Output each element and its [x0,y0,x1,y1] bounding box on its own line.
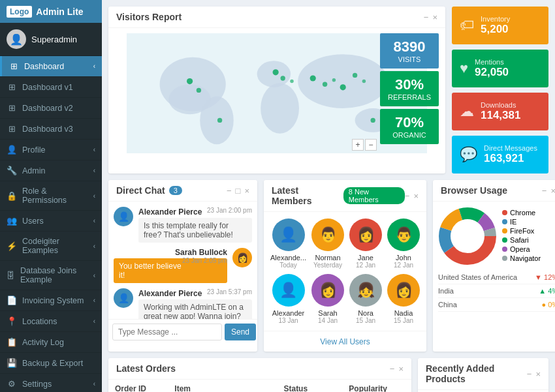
minimize-icon[interactable]: − [424,12,429,22]
stat-card: 🏷 Inventory 5,200 [452,7,548,44]
sidebar-nav-item[interactable]: 💾 Backup & Export [0,353,102,374]
minimize-icon[interactable]: − [227,186,232,196]
sidebar-nav-item[interactable]: 📋 Activity Log [0,332,102,353]
sidebar-item-label: Codeigiter Examples [22,237,88,255]
sidebar-nav-item[interactable]: 🔧 Admin ‹ [0,160,102,181]
chat-message: 👤 Alexander Pierce 23 Jan 5:37 pm Workin… [114,288,252,319]
col-item: Item [168,380,277,392]
map-zoom-out[interactable]: − [365,139,377,151]
referrals-stat: 30% REFERRALS [380,71,439,106]
sidebar-nav-item[interactable]: ⚙ Settings ‹ [0,374,102,392]
member-name: Alexande... [270,254,306,262]
member-avatar: 👧 [349,274,382,307]
chat-title: Direct Chat [116,185,165,196]
sidebar-nav-item[interactable]: 📄 Invoicing System ‹ [0,290,102,311]
map-zoom-in[interactable]: + [352,139,364,151]
stat-card-info: Direct Messages 163,921 [484,144,537,165]
sidebar-nav-item[interactable]: 📍 Locations ‹ [0,311,102,332]
sidebar-item-label: Role & Permissions [22,187,88,205]
sidebar-nav-item[interactable]: 👥 Users ‹ [0,211,102,232]
member-item[interactable]: 👨 John 12 Jan [387,219,420,269]
close-icon[interactable]: × [432,12,437,22]
main-content: Visitors Report − × [102,0,555,392]
col-order-id: Order ID [108,380,168,392]
second-row: Direct Chat 3 − □ × 👤 Alexander Pierce 2… [108,180,548,352]
donut-chart [438,207,497,265]
sidebar-nav-item[interactable]: ⚡ Codeigiter Examples ‹ [0,232,102,261]
svg-point-5 [261,83,299,133]
activity-log-icon: 📋 [7,337,17,347]
stat-card: 💬 Direct Messages 163,921 [452,136,548,173]
latest-orders-panel: Latest Orders − × Order ID Item Status P… [108,358,411,392]
member-item[interactable]: 👩 Jane 12 Jan [349,219,382,269]
stat-value: 92,050 [475,66,509,79]
member-avatar: 👩 [349,219,382,251]
chevron-icon: ‹ [93,318,95,325]
minimize-icon[interactable]: − [542,186,547,196]
view-all-link[interactable]: View All Users [320,337,370,346]
member-item[interactable]: 👤 Alexander 13 Jan [270,274,306,324]
sidebar-nav-link[interactable]: 🔒 Role & Permissions ‹ [0,181,102,210]
close-icon[interactable]: × [535,369,541,379]
close-icon[interactable]: × [398,364,404,374]
member-item[interactable]: 👩 Nadia 15 Jan [387,274,420,324]
sidebar-nav-item[interactable]: ⊞ Dashboard ‹ [0,56,102,77]
sidebar-nav-link[interactable]: 📍 Locations ‹ [0,311,102,331]
expand-icon[interactable]: □ [236,186,241,196]
sidebar-nav-item[interactable]: ⊞ Dashboard v2 [0,98,102,119]
avatar: 👩 [232,248,252,267]
member-date: Yesterday [311,262,344,269]
member-item[interactable]: 👤 Alexande... Today [270,219,306,269]
stat-label: Downloads [481,101,520,109]
legend-label: Navigator [510,254,541,262]
close-icon[interactable]: × [413,191,419,201]
donut-container: Chrome IE FireFox Safari Opera Navigator [433,202,555,271]
browser-header: Browser Usage − × [433,180,555,202]
minimize-icon[interactable]: − [405,191,410,201]
sidebar-item-label: Profile [22,145,45,155]
svg-point-13 [310,75,316,81]
close-icon[interactable]: × [550,186,555,196]
member-item[interactable]: 👧 Nora 15 Jan [349,274,382,324]
sidebar-nav-link[interactable]: 📄 Invoicing System ‹ [0,290,102,310]
minimize-icon[interactable]: − [390,364,395,374]
sidebar-nav-link[interactable]: ⊞ Dashboard v2 [0,98,102,118]
sidebar-nav-link[interactable]: 💾 Backup & Export [0,353,102,373]
sidebar-nav-link[interactable]: ⊞ Dashboard ‹ [0,56,102,76]
member-item[interactable]: 👨 Norman Yesterday [311,219,344,269]
sidebar-nav-item[interactable]: 👤 Profile ‹ [0,140,102,160]
legend-dot [502,256,507,261]
chevron-icon: ‹ [93,217,95,224]
sidebar-nav-link[interactable]: ⊞ Dashboard v3 [0,119,102,139]
dashboard-icon: ⊞ [8,61,19,71]
sidebar-nav-link[interactable]: 👤 Profile ‹ [0,140,102,160]
sidebar-nav-link[interactable]: ⚡ Codeigiter Examples ‹ [0,232,102,260]
sidebar-nav-link[interactable]: ⊞ Dashboard v1 [0,77,102,97]
member-name: Jane [349,254,382,262]
sidebar-nav-item[interactable]: ⊞ Dashboard v1 [0,77,102,98]
sidebar-nav-link[interactable]: ⚙ Settings ‹ [0,374,102,392]
chat-time: 23 Jan 2:00 pm [207,207,252,214]
minimize-icon[interactable]: − [527,369,532,379]
chevron-icon: ‹ [93,146,95,153]
map-controls: + − [352,139,377,151]
svg-point-16 [340,84,346,90]
sidebar-item-label: Dashboard [24,62,64,71]
close-icon[interactable]: × [244,186,249,196]
sidebar-nav-link[interactable]: 👥 Users ‹ [0,211,102,231]
sidebar-nav-link[interactable]: 📋 Activity Log [0,332,102,352]
sidebar-nav-item[interactable]: ⊞ Dashboard v3 [0,119,102,140]
chat-input[interactable] [112,324,222,340]
send-button[interactable]: Send [225,324,256,340]
country-pct: ▲ 4% [539,287,555,295]
sidebar-nav-link[interactable]: 🗄 Database Joins Example ‹ [0,261,102,290]
col-popularity: Popularity [342,380,411,392]
latest-members-panel: Latest Members 8 New Members − × 👤 Alexa… [264,180,426,352]
role-&-permissions-icon: 🔒 [7,191,17,201]
chevron-icon: ‹ [93,167,95,174]
sidebar-nav-item[interactable]: 🗄 Database Joins Example ‹ [0,261,102,290]
chat-text: Working with AdminLTE on a great new app… [138,299,252,319]
sidebar-nav-link[interactable]: 🔧 Admin ‹ [0,160,102,181]
member-item[interactable]: 👩 Sarah 14 Jan [311,274,344,324]
sidebar-nav-item[interactable]: 🔒 Role & Permissions ‹ [0,181,102,211]
